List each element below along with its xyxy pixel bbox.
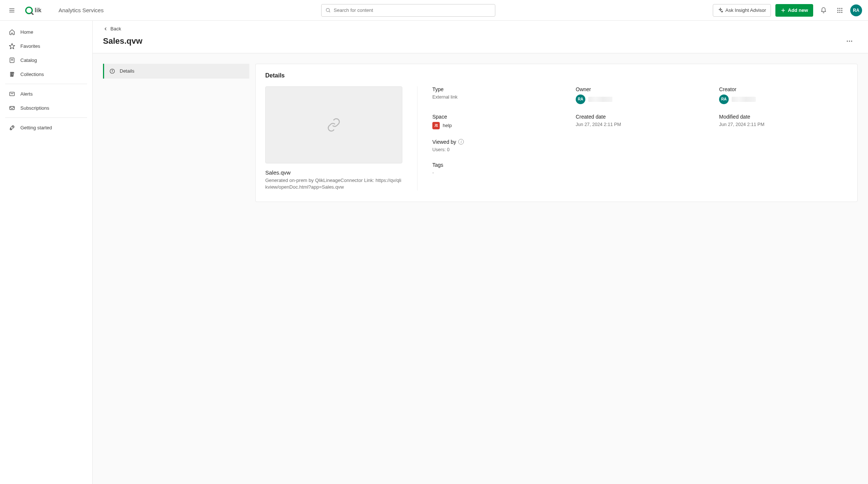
page-title: Sales.qvw: [103, 36, 142, 46]
sparkle-icon: [718, 7, 723, 13]
top-right: Ask Insight Advisor Add new RA: [713, 4, 862, 17]
meta-label-owner: Owner: [576, 86, 704, 92]
sidebar-item-getting-started[interactable]: Getting started: [5, 121, 87, 134]
sidebar-item-label: Home: [20, 29, 33, 35]
meta-type: Type External link: [432, 86, 561, 104]
meta-viewed: Viewed by i Users: 0: [432, 139, 561, 152]
chevron-left-icon: [103, 26, 108, 32]
home-icon: [9, 29, 15, 35]
svg-point-13: [837, 10, 838, 11]
sidebar-item-alerts[interactable]: Alerts: [5, 87, 87, 100]
qlik-logo[interactable]: lik: [24, 6, 50, 15]
meta-space: Space help: [432, 114, 561, 129]
meta-label-viewed: Viewed by: [432, 139, 456, 145]
left-tabs: Details: [103, 64, 249, 79]
sidebar-item-collections[interactable]: Collections: [5, 67, 87, 81]
alerts-icon: [9, 91, 15, 97]
svg-line-4: [31, 13, 33, 14]
meta-tags: Tags -: [432, 162, 561, 175]
info-icon: [109, 68, 115, 74]
search-wrap[interactable]: [321, 4, 495, 17]
svg-point-32: [435, 124, 436, 125]
meta-created: Created date Jun 27, 2024 2:11 PM: [576, 114, 704, 129]
meta-label-modified: Modified date: [719, 114, 848, 120]
sidebar-item-home[interactable]: Home: [5, 25, 87, 39]
ask-insight-label: Ask Insight Advisor: [725, 7, 766, 13]
catalog-icon: [9, 57, 15, 63]
svg-point-6: [326, 9, 329, 12]
main: Back Sales.qvw Details Details: [93, 21, 868, 484]
add-new-button[interactable]: Add new: [775, 4, 813, 17]
space-chip[interactable]: help: [432, 122, 452, 129]
search-icon: [325, 7, 331, 13]
meta-label-type: Type: [432, 86, 561, 92]
more-actions-button[interactable]: [846, 35, 858, 47]
svg-point-27: [849, 40, 850, 42]
file-description: Generated on-prem by QlikLineageConnecto…: [265, 177, 402, 190]
plus-icon: [781, 8, 786, 13]
sidebar-item-label: Favorites: [20, 43, 40, 49]
star-icon: [9, 43, 15, 49]
space-icon: [432, 122, 440, 129]
link-icon: [326, 117, 341, 132]
svg-point-14: [839, 10, 841, 11]
creator-avatar: RA: [719, 95, 729, 104]
search-input[interactable]: [334, 7, 491, 13]
add-new-label: Add new: [788, 7, 808, 13]
meta-creator: Creator RA: [719, 86, 848, 104]
meta-label-tags: Tags: [432, 162, 561, 168]
rocket-icon: [9, 125, 15, 131]
workspace-title: Analytics Services: [59, 7, 104, 13]
meta-label-created: Created date: [576, 114, 704, 120]
meta-label-creator: Creator: [719, 86, 848, 92]
hamburger-icon: [9, 7, 15, 14]
back-label: Back: [110, 26, 121, 32]
svg-point-25: [13, 126, 13, 127]
body: Home Favorites Catalog Collections Alert…: [0, 21, 868, 484]
thumb-column: Sales.qvw Generated on-prem by QlikLinea…: [265, 86, 402, 191]
meta-label-space: Space: [432, 114, 561, 120]
top-center: [110, 4, 707, 17]
collections-icon: [9, 71, 15, 77]
qlik-logo-icon: lik: [24, 6, 50, 15]
svg-point-15: [841, 10, 842, 11]
info-tooltip-icon[interactable]: i: [458, 139, 464, 145]
sidebar-item-label: Subscriptions: [20, 105, 49, 111]
svg-point-10: [837, 8, 838, 9]
sidebar-item-label: Catalog: [20, 57, 37, 63]
svg-point-11: [839, 8, 841, 9]
svg-text:lik: lik: [35, 7, 42, 13]
svg-point-18: [841, 11, 842, 13]
svg-point-28: [851, 40, 852, 42]
svg-rect-24: [10, 106, 14, 110]
svg-marker-19: [9, 43, 14, 49]
sidebar-item-catalog[interactable]: Catalog: [5, 53, 87, 67]
svg-point-33: [436, 124, 438, 125]
ask-insight-button[interactable]: Ask Insight Advisor: [713, 4, 771, 17]
sidebar-item-label: Alerts: [20, 91, 33, 97]
thumbnail: [265, 86, 402, 163]
tab-details[interactable]: Details: [103, 64, 249, 79]
user-avatar[interactable]: RA: [850, 4, 862, 16]
sidebar-separator: [5, 84, 87, 84]
meta-owner: Owner RA: [576, 86, 704, 104]
apps-grid-icon: [837, 7, 843, 14]
svg-point-26: [847, 40, 848, 42]
hamburger-button[interactable]: [6, 4, 18, 16]
creator-name-redacted: [732, 97, 756, 102]
back-link[interactable]: Back: [103, 26, 121, 32]
owner-avatar: RA: [576, 95, 585, 104]
sidebar-item-subscriptions[interactable]: Subscriptions: [5, 101, 87, 115]
more-horizontal-icon: [846, 37, 853, 45]
svg-line-7: [329, 11, 330, 12]
sidebar-item-favorites[interactable]: Favorites: [5, 39, 87, 53]
meta-column: Type External link Owner RA: [417, 86, 848, 191]
notifications-button[interactable]: [818, 4, 829, 16]
page-header: Back Sales.qvw: [93, 21, 868, 53]
content-row: Details Details Sales.qvw: [93, 53, 868, 213]
subscriptions-icon: [9, 105, 15, 111]
meta-value-tags: -: [432, 170, 561, 175]
app-launcher-button[interactable]: [834, 4, 846, 16]
sidebar-item-label: Collections: [20, 72, 44, 77]
owner-name-redacted: [588, 97, 612, 102]
